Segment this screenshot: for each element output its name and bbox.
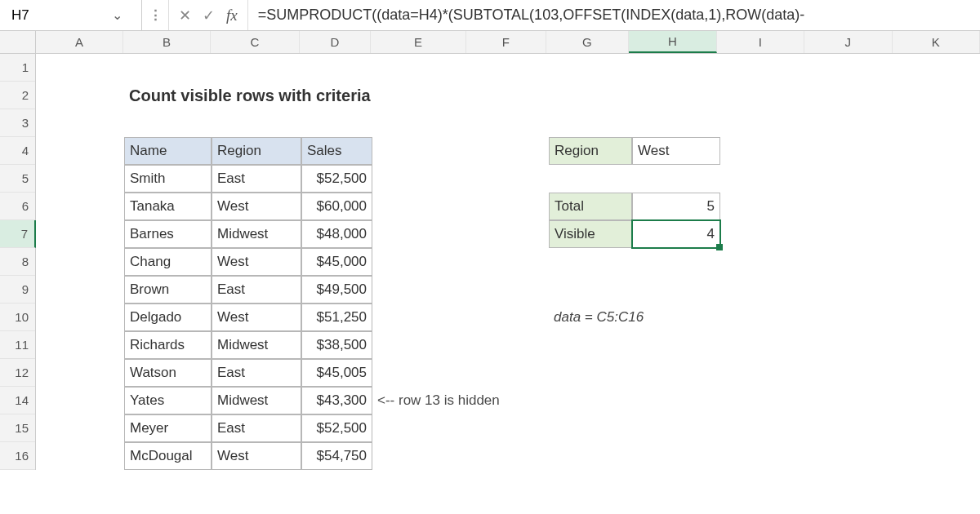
table-cell[interactable]: Midwest [212, 387, 301, 414]
cancel-icon[interactable]: ✕ [179, 8, 191, 23]
col-header-J[interactable]: J [804, 31, 892, 53]
row-header-8[interactable]: 8 [0, 248, 35, 276]
name-box[interactable] [7, 4, 105, 27]
summary-total-label[interactable]: Total [549, 193, 632, 220]
row-header-6[interactable]: 6 [0, 193, 35, 220]
table-cell[interactable]: Delgado [124, 304, 212, 331]
summary-visible-value: 4 [707, 226, 715, 242]
col-header-D[interactable]: D [300, 31, 371, 53]
excel-window: ⌄ ⋮ ✕ ✓ fx =SUMPRODUCT((data=H4)*(SUBTOT… [0, 0, 980, 514]
table-cell[interactable]: East [212, 359, 301, 387]
table-cell[interactable]: $49,500 [301, 276, 372, 304]
table-cell[interactable]: East [212, 414, 301, 442]
column-headers: A B C D E F G H I J K [0, 31, 980, 54]
table-cell[interactable]: Brown [124, 276, 212, 304]
tbl-header-name[interactable]: Name [124, 137, 212, 165]
row-header-1[interactable]: 1 [0, 54, 35, 82]
col-header-G[interactable]: G [546, 31, 630, 53]
table-cell[interactable]: Tanaka [124, 193, 212, 220]
col-header-E[interactable]: E [371, 31, 466, 53]
table-cell[interactable]: $43,300 [301, 387, 372, 414]
table-cell[interactable]: McDougal [124, 442, 212, 470]
table-cell[interactable]: $54,750 [301, 442, 372, 470]
fx-icon[interactable]: fx [226, 7, 238, 23]
col-header-I[interactable]: I [717, 31, 804, 53]
row-header-7[interactable]: 7 [0, 220, 36, 248]
row-header-5[interactable]: 5 [0, 165, 35, 193]
cells-area[interactable]: Count visible rows with criteria Name Re… [36, 54, 980, 470]
table-cell[interactable]: West [212, 248, 301, 276]
table-cell[interactable]: Midwest [212, 331, 301, 359]
table-cell[interactable]: Midwest [212, 220, 301, 248]
table-cell[interactable]: Yates [124, 387, 212, 414]
page-title: Count visible rows with criteria [124, 82, 451, 109]
summary-total-value[interactable]: 5 [632, 193, 720, 220]
accept-icon[interactable]: ✓ [203, 8, 215, 23]
table-cell[interactable]: Watson [124, 359, 212, 387]
table-cell[interactable]: East [212, 276, 301, 304]
row-header-15[interactable]: 15 [0, 414, 35, 442]
table-cell[interactable]: Smith [124, 165, 212, 193]
summary-visible-label[interactable]: Visible [549, 220, 632, 248]
table-cell[interactable]: $60,000 [301, 193, 372, 220]
table-cell[interactable]: $38,500 [301, 331, 372, 359]
select-all-corner[interactable] [0, 31, 36, 53]
table-cell[interactable]: $51,250 [301, 304, 372, 331]
col-header-F[interactable]: F [466, 31, 546, 53]
name-box-dropdown[interactable]: ⌄ [105, 7, 129, 23]
row-header-10[interactable]: 10 [0, 304, 35, 331]
table-cell[interactable]: Richards [124, 331, 212, 359]
selected-cell[interactable]: 4 [632, 220, 720, 248]
row-header-11[interactable]: 11 [0, 331, 35, 359]
tbl-header-sales[interactable]: Sales [301, 137, 372, 165]
row-header-9[interactable]: 9 [0, 276, 35, 304]
row-header-14[interactable]: 14 [0, 387, 35, 414]
formula-bar: ⌄ ⋮ ✕ ✓ fx =SUMPRODUCT((data=H4)*(SUBTOT… [0, 0, 980, 31]
col-header-B[interactable]: B [123, 31, 210, 53]
tbl-header-region[interactable]: Region [212, 137, 301, 165]
row-header-3[interactable]: 3 [0, 109, 35, 137]
row-header-2[interactable]: 2 [0, 82, 35, 109]
chevron-down-icon: ⌄ [112, 8, 122, 22]
table-cell[interactable]: Meyer [124, 414, 212, 442]
table-cell[interactable]: West [212, 304, 301, 331]
col-header-C[interactable]: C [211, 31, 300, 53]
table-cell[interactable]: Barnes [124, 220, 212, 248]
summary-region-label[interactable]: Region [549, 137, 632, 165]
table-cell[interactable]: East [212, 165, 301, 193]
col-header-H[interactable]: H [629, 31, 716, 53]
formula-bar-buttons: ✕ ✓ fx [169, 0, 248, 30]
col-header-K[interactable]: K [893, 31, 980, 53]
table-cell[interactable]: $52,500 [301, 414, 372, 442]
row-header-12[interactable]: 12 [0, 359, 35, 387]
row-header-4[interactable]: 4 [0, 137, 35, 165]
col-header-A[interactable]: A [36, 31, 123, 53]
table-cell[interactable]: West [212, 193, 301, 220]
row-headers: 1 2 3 4 5 6 7 8 9 10 11 12 14 15 16 [0, 54, 36, 470]
formula-input[interactable]: =SUMPRODUCT((data=H4)*(SUBTOTAL(103,OFFS… [248, 0, 980, 30]
hidden-row-note: <-- row 13 is hidden [372, 387, 552, 414]
formula-bar-divider: ⋮ [142, 0, 169, 30]
row-header-16[interactable]: 16 [0, 442, 35, 470]
fill-handle[interactable] [716, 244, 723, 250]
table-cell[interactable]: $45,005 [301, 359, 372, 387]
table-cell[interactable]: West [212, 442, 301, 470]
table-cell[interactable]: $52,500 [301, 165, 372, 193]
name-box-wrap: ⌄ [0, 0, 142, 30]
grid: 1 2 3 4 5 6 7 8 9 10 11 12 14 15 16 Coun… [0, 54, 980, 470]
table-cell[interactable]: Chang [124, 248, 212, 276]
summary-region-value[interactable]: West [632, 137, 720, 165]
named-range-note: data = C5:C16 [549, 304, 728, 331]
table-cell[interactable]: $45,000 [301, 248, 372, 276]
table-cell[interactable]: $48,000 [301, 220, 372, 248]
